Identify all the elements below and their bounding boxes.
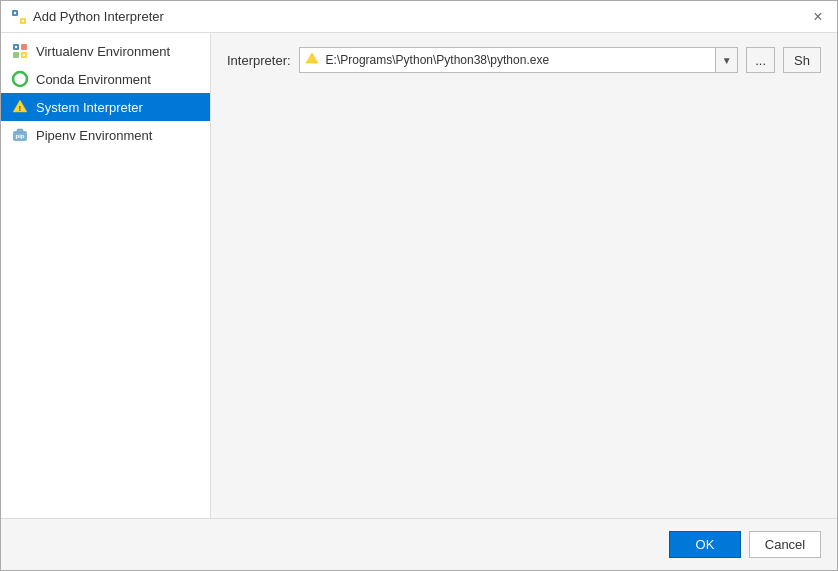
svg-point-3 (22, 19, 24, 21)
interpreter-label: Interpreter: (227, 53, 291, 68)
title-bar-left: Add Python Interpreter (11, 9, 164, 25)
add-python-interpreter-dialog: Add Python Interpreter × Virtua (0, 0, 838, 571)
system-icon: ! (11, 98, 29, 116)
sidebar-item-conda-label: Conda Environment (36, 72, 151, 87)
sidebar-item-system[interactable]: ! System Interpreter (1, 93, 210, 121)
ok-button[interactable]: OK (669, 531, 741, 558)
svg-point-2 (14, 11, 16, 13)
svg-rect-8 (13, 52, 19, 58)
svg-text:!: ! (19, 105, 21, 112)
sidebar-item-virtualenv[interactable]: Virtualenv Environment (1, 37, 210, 65)
interpreter-select-wrapper[interactable]: E:\Programs\Python\Python38\python.exe ▼ (299, 47, 739, 73)
show-all-button[interactable]: Sh (783, 47, 821, 73)
pipenv-icon: pip (11, 126, 29, 144)
dialog-footer: OK Cancel (1, 518, 837, 570)
interpreter-select[interactable]: E:\Programs\Python\Python38\python.exe (324, 48, 716, 72)
svg-rect-9 (21, 44, 27, 50)
svg-point-10 (13, 72, 27, 86)
dialog-title: Add Python Interpreter (33, 9, 164, 24)
interpreter-path-icon (300, 52, 324, 69)
svg-point-6 (15, 46, 17, 48)
sidebar-item-virtualenv-label: Virtualenv Environment (36, 44, 170, 59)
title-bar: Add Python Interpreter × (1, 1, 837, 33)
close-button[interactable]: × (809, 8, 827, 26)
cancel-button[interactable]: Cancel (749, 531, 821, 558)
conda-icon (11, 70, 29, 88)
browse-button[interactable]: ... (746, 47, 775, 73)
svg-text:pip: pip (16, 133, 25, 139)
sidebar: Virtualenv Environment Conda Environment… (1, 33, 211, 518)
interpreter-row: Interpreter: E:\Programs\Python\Python38… (227, 47, 821, 73)
svg-marker-16 (306, 53, 318, 63)
virtualenv-icon (11, 42, 29, 60)
main-content: Interpreter: E:\Programs\Python\Python38… (211, 33, 837, 518)
sidebar-item-pipenv-label: Pipenv Environment (36, 128, 152, 143)
sidebar-item-pipenv[interactable]: pip Pipenv Environment (1, 121, 210, 149)
svg-point-7 (23, 54, 25, 56)
sidebar-item-system-label: System Interpreter (36, 100, 143, 115)
dialog-body: Virtualenv Environment Conda Environment… (1, 33, 837, 518)
dropdown-arrow-icon[interactable]: ▼ (715, 48, 737, 72)
dialog-icon (11, 9, 27, 25)
sidebar-item-conda[interactable]: Conda Environment (1, 65, 210, 93)
